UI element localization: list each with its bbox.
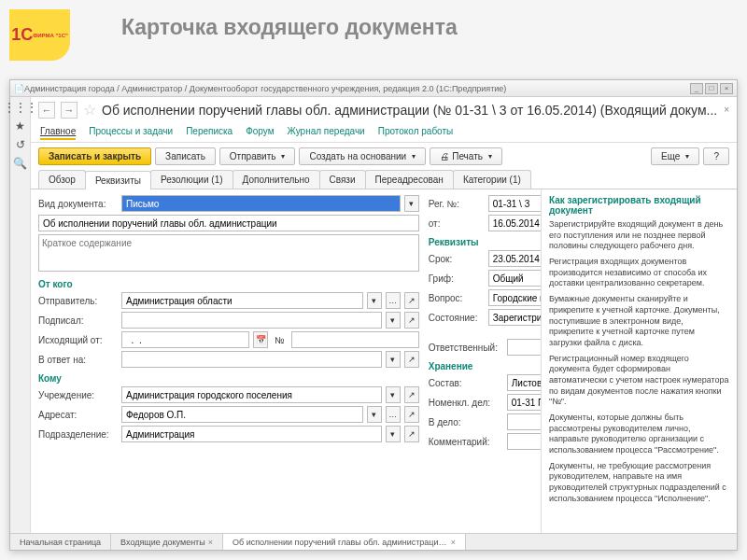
inner-tab-forwarded[interactable]: Переадресован [365,170,454,189]
inner-tab-categories[interactable]: Категории (1) [453,170,531,189]
close-doc-icon[interactable]: × [724,105,729,115]
comp-label: Состав: [429,378,503,388]
bottom-tab-doc[interactable]: Об исполнении поручений главы обл. админ… [223,534,466,550]
bottom-tab-incoming[interactable]: Входящие документы× [111,534,223,550]
left-rail: ⋮⋮⋮ ★ ↺ 🔍 [10,97,31,533]
date-input[interactable] [488,215,541,231]
reg-input[interactable] [488,195,541,212]
close-button[interactable]: × [720,83,733,94]
addressee-input[interactable] [121,406,363,423]
req-section: Реквизиты [429,237,541,247]
from-section: От кого [38,279,419,289]
reply-input[interactable] [121,351,382,368]
doc-type-input[interactable] [121,195,401,212]
signed-input[interactable] [121,312,382,329]
sender-dd[interactable]: ▾ [367,292,382,309]
reply-open[interactable]: ↗ [404,351,419,368]
outfrom-date[interactable] [121,331,249,348]
grif-input[interactable] [488,270,541,287]
outfrom-cal[interactable]: 📅 [253,331,268,348]
due-input[interactable] [488,250,541,267]
inner-tab-resolutions[interactable]: Резолюции (1) [150,170,233,189]
topic-label: Вопрос: [429,293,485,303]
inner-tab-links[interactable]: Связи [319,170,366,189]
history-icon[interactable]: ↺ [14,138,27,151]
help-panel: Как зарегистрировать входящий документ З… [541,189,737,533]
sender-label: Отправитель: [38,296,118,306]
forward-button[interactable]: → [61,102,78,119]
more-button[interactable]: Еще▾ [651,147,699,165]
bottom-tab-start[interactable]: Начальная страница [10,534,111,550]
inner-tab-overview[interactable]: Обзор [38,170,86,189]
inner-tab-requisites[interactable]: Реквизиты [85,171,151,189]
close-tab-icon[interactable]: × [451,538,456,547]
state-label: Состояние: [429,313,485,323]
save-close-button[interactable]: Записать и закрыть [38,147,151,165]
save-button[interactable]: Записать [155,147,216,165]
favorite-star-icon[interactable]: ☆ [83,101,96,119]
titlebar-text: Администрация города / Администратор / Д… [24,84,690,93]
summary-textarea[interactable] [38,234,419,272]
help-title: Как зарегистрировать входящий документ [549,195,729,216]
create-based-button[interactable]: Создать на основании▾ [299,147,426,165]
send-button[interactable]: Отправить▾ [219,147,296,165]
close-tab-icon[interactable]: × [208,538,213,547]
dept-dd[interactable]: ▾ [386,426,401,442]
logo: 1CФИРМА "1С" [9,9,70,61]
org-open[interactable]: ↗ [404,386,419,403]
addressee-label: Адресат: [38,410,118,420]
help-p4: Регистрационный номер входящего документ… [549,354,729,408]
star-icon[interactable]: ★ [14,119,27,133]
tab-correspondence[interactable]: Переписка [186,124,233,140]
menu-icon[interactable]: ⋮⋮⋮ [14,101,27,114]
state-input[interactable] [488,309,541,326]
inner-tab-extra[interactable]: Дополнительно [233,170,320,189]
dept-label: Подразделение: [38,429,118,440]
tab-main[interactable]: Главное [40,124,76,140]
print-button[interactable]: 🖨Печать▾ [430,147,502,165]
tab-journal[interactable]: Журнал передачи [288,124,365,140]
help-button[interactable]: ? [703,147,729,165]
resp-input[interactable] [507,339,541,356]
search-icon[interactable]: 🔍 [14,157,27,170]
grif-label: Гриф: [429,273,485,284]
document-title: Об исполнении поручений главы обл. админ… [102,103,718,118]
sender-add[interactable]: … [386,292,401,309]
nomencl-input[interactable] [507,394,541,411]
storage-section: Хранение [429,361,541,371]
org-label: Учреждение: [38,390,118,400]
sender-open[interactable]: ↗ [404,292,419,309]
org-dd[interactable]: ▾ [386,386,401,403]
outfrom-num[interactable] [291,331,419,348]
addr-dd[interactable]: ▾ [367,406,382,423]
back-button[interactable]: ← [38,102,55,119]
maximize-button[interactable]: □ [705,83,718,94]
nomencl-label: Номенкл. дел: [429,398,503,408]
dept-open[interactable]: ↗ [404,426,419,442]
tab-protocol[interactable]: Протокол работы [378,124,454,140]
case-input[interactable] [507,413,541,430]
comp-input[interactable] [507,374,541,391]
signed-dd[interactable]: ▾ [386,312,401,329]
help-p3: Бумажные документы сканируйте и прикрепи… [549,294,729,348]
app-icon: 📄 [14,84,24,93]
case-label: В дело: [429,417,503,427]
reply-label: В ответ на: [38,355,118,365]
sender-input[interactable] [121,292,363,309]
signed-open[interactable]: ↗ [404,312,419,329]
topic-input[interactable] [488,289,541,306]
due-label: Срок: [429,254,485,264]
reply-dd[interactable]: ▾ [386,351,401,368]
tab-processes[interactable]: Процессы и задачи [89,124,173,140]
comment-label: Комментарий: [429,437,503,447]
addr-open[interactable]: ↗ [404,406,419,423]
minimize-button[interactable]: _ [690,83,703,94]
comment-input[interactable] [507,433,541,450]
doc-type-dropdown[interactable]: ▾ [404,195,419,212]
addr-add[interactable]: … [386,406,401,423]
org-input[interactable] [121,386,382,403]
subject-input[interactable] [38,215,419,231]
dept-input[interactable] [121,426,382,442]
help-p6: Документы, не требующие рассмотрения рук… [549,461,729,505]
tab-forum[interactable]: Форум [246,124,274,140]
